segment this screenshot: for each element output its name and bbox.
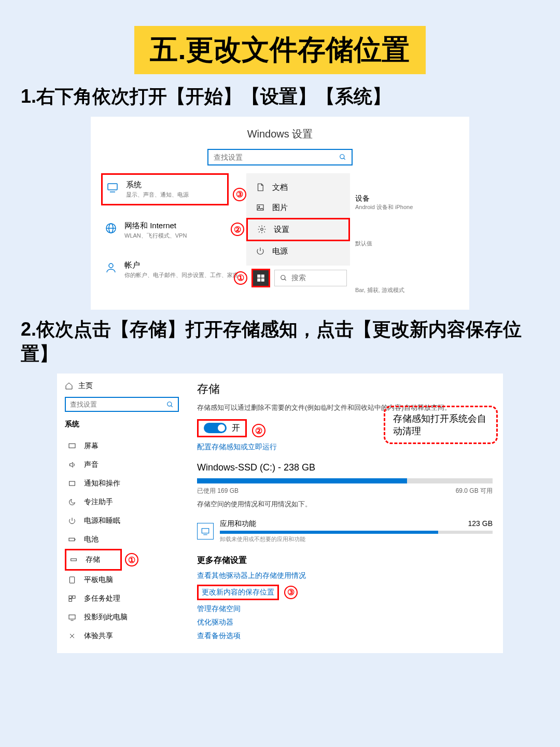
svg-rect-14	[261, 279, 264, 282]
svg-rect-19	[69, 444, 75, 448]
apps-row[interactable]: 应用和功能 123 GB 卸载未使用或不想要的应用和功能	[197, 515, 493, 547]
app-desc: 卸载未使用或不想要的应用和功能	[220, 535, 493, 543]
svg-rect-21	[69, 538, 75, 541]
network-tile[interactable]: 网络和 Internet WLAN、飞行模式、VPN	[101, 216, 246, 245]
menu-pics-label: 图片	[272, 203, 288, 213]
nav-share-label: 体验共享	[84, 631, 113, 641]
account-tile[interactable]: 帐户 你的帐户、电子邮件、同步设置、工作、家庭	[101, 255, 246, 284]
system-tile[interactable]: 系统 显示、声音、通知、电源	[101, 173, 229, 205]
storage-main: 存储 存储感知可以通过删除不需要的文件(例如临时文件和回收站中的内容)自动释放空…	[187, 374, 503, 653]
svg-line-16	[285, 279, 286, 281]
home-link[interactable]: 主页	[65, 381, 179, 391]
link-other-drives[interactable]: 查看其他驱动器上的存储使用情况	[197, 571, 493, 580]
link-change-save[interactable]: 更改新内容的保存位置	[197, 585, 279, 600]
nav-storage[interactable]: 存储	[65, 549, 122, 571]
nav-notif[interactable]: 通知和操作	[65, 474, 179, 493]
menu-settings-label: 设置	[274, 225, 289, 234]
svg-point-17	[167, 402, 172, 406]
app-size: 123 GB	[468, 519, 493, 529]
drive-icon	[69, 556, 78, 564]
nav-project-label: 投影到此电脑	[84, 613, 128, 622]
storage-toggle[interactable]	[204, 423, 227, 433]
svg-rect-26	[73, 596, 75, 599]
svg-rect-13	[257, 279, 260, 282]
svg-rect-23	[71, 559, 77, 561]
marker-1: ①	[234, 271, 247, 285]
project-icon	[68, 613, 76, 621]
svg-rect-8	[257, 205, 263, 211]
ws-search-box[interactable]	[207, 149, 353, 165]
step2-text: 2.依次点击【存储】打开存储感知，点击【更改新内容保存位置】	[21, 317, 539, 366]
nav-battery[interactable]: 电池	[65, 530, 179, 549]
link-optimize[interactable]: 优化驱动器	[197, 618, 493, 627]
page-title-banner: 五.更改文件存储位置	[134, 26, 425, 74]
search-icon	[280, 274, 287, 282]
link-manage[interactable]: 管理存储空间	[197, 604, 493, 614]
network-desc: WLAN、飞行模式、VPN	[124, 232, 187, 240]
sidebar-search-input[interactable]	[70, 400, 158, 408]
svg-point-7	[109, 264, 113, 268]
menu-power-label: 电源	[272, 246, 288, 256]
menu-pics[interactable]: 图片	[246, 198, 350, 218]
marker-1b: ①	[125, 553, 138, 566]
svg-rect-31	[202, 529, 209, 533]
account-label: 帐户	[124, 260, 239, 270]
link-backup[interactable]: 查看备份选项	[197, 631, 493, 641]
svg-rect-24	[69, 577, 74, 583]
windows-icon	[256, 273, 265, 283]
home-label: 主页	[78, 381, 93, 391]
person-icon	[104, 260, 118, 275]
nav-multi-label: 多任务处理	[84, 594, 120, 603]
svg-rect-28	[69, 615, 75, 619]
image-icon	[256, 203, 265, 212]
notification-icon	[68, 479, 76, 488]
nav-project[interactable]: 投影到此电脑	[65, 608, 179, 627]
ws-title: Windows 设置	[101, 127, 459, 141]
svg-point-0	[340, 155, 344, 159]
sidebar-search[interactable]	[65, 397, 179, 412]
apps-icon	[197, 523, 214, 540]
start-button[interactable]	[251, 269, 270, 287]
svg-point-9	[259, 206, 260, 208]
nav-power[interactable]: 电源和睡眠	[65, 511, 179, 530]
auto-clean-note: 存储感知打开系统会自动清理	[384, 406, 498, 444]
speaker-icon	[68, 461, 76, 469]
disk-name: Windows-SSD (C:) - 238 GB	[197, 462, 493, 473]
nav-display-label: 屏幕	[84, 441, 99, 451]
taskbar-search-label: 搜索	[291, 273, 306, 283]
menu-docs[interactable]: 文档	[246, 177, 350, 198]
ws-search-input[interactable]	[214, 153, 333, 161]
nav-sound[interactable]: 声音	[65, 455, 179, 474]
devices-label: 设备	[355, 194, 438, 203]
storage-settings-panel: 主页 系统 屏幕 声音 通知和操作 专注助手 电源和睡眠 电池 存储 ① 平板电…	[57, 374, 503, 653]
system-label: 系统	[126, 180, 189, 190]
battery-icon	[68, 535, 76, 544]
svg-point-10	[261, 228, 263, 231]
system-section: 系统	[65, 420, 179, 429]
svg-rect-12	[261, 274, 264, 278]
menu-power[interactable]: 电源	[246, 241, 350, 261]
svg-line-1	[344, 158, 345, 160]
storage-sense-toggle-box: 开	[197, 419, 247, 437]
nav-display[interactable]: 屏幕	[65, 437, 179, 455]
document-icon	[256, 183, 265, 192]
nav-storage-label: 存储	[86, 555, 100, 564]
nav-notif-label: 通知和操作	[84, 479, 120, 488]
devices-desc: Android 设备和 iPhone	[355, 203, 438, 211]
gear-icon	[257, 225, 267, 234]
monitor-icon	[105, 180, 120, 195]
nav-tablet[interactable]: 平板电脑	[65, 571, 179, 589]
nav-focus[interactable]: 专注助手	[65, 493, 179, 511]
home-icon	[65, 382, 73, 390]
tablet-icon	[68, 576, 76, 584]
nav-focus-label: 专注助手	[84, 497, 113, 507]
nav-multi[interactable]: 多任务处理	[65, 589, 179, 608]
menu-settings[interactable]: 设置	[246, 218, 350, 241]
taskbar-search[interactable]: 搜索	[274, 270, 347, 286]
svg-point-15	[281, 275, 285, 280]
nav-share[interactable]: 体验共享	[65, 627, 179, 645]
menu-docs-label: 文档	[272, 183, 288, 192]
step1-text: 1.右下角依次打开【开始】【设置】【系统】	[21, 85, 539, 109]
search-icon	[166, 401, 174, 408]
multitask-icon	[68, 594, 76, 603]
